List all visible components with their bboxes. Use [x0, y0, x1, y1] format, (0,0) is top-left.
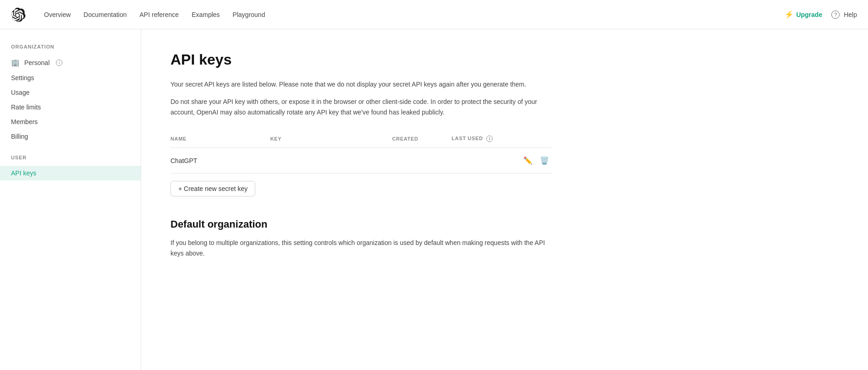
briefcase-icon: 🏢: [11, 59, 20, 67]
main-layout: Organization 🏢 Personal i Settings Usage…: [0, 29, 868, 370]
row-last-used: [451, 148, 517, 174]
last-used-info-icon: i: [486, 136, 493, 142]
sidebar-billing-label: Billing: [11, 133, 28, 140]
nav-examples[interactable]: Examples: [192, 11, 220, 18]
user-section-label: User: [0, 155, 141, 166]
openai-logo: [11, 7, 26, 22]
default-org-title: Default organization: [170, 218, 552, 230]
nav-right: ⚡ Upgrade ? Help: [785, 10, 857, 19]
sidebar-item-personal[interactable]: 🏢 Personal i: [0, 55, 141, 71]
col-header-last-used: LAST USED i: [451, 132, 517, 148]
upgrade-button[interactable]: ⚡ Upgrade: [785, 10, 822, 19]
upgrade-label: Upgrade: [796, 11, 822, 18]
sidebar-item-usage[interactable]: Usage: [0, 85, 141, 100]
main-content: API keys Your secret API keys are listed…: [141, 29, 581, 370]
help-button[interactable]: ? Help: [831, 11, 857, 19]
col-header-created: CREATED: [392, 132, 452, 148]
page-title: API keys: [170, 51, 552, 68]
nav-documentation[interactable]: Documentation: [83, 11, 126, 18]
row-created: [392, 148, 452, 174]
description-2: Do not share your API key with others, o…: [170, 97, 552, 117]
col-header-name: NAME: [170, 132, 270, 148]
org-section-label: Organization: [0, 44, 141, 55]
table-body: ChatGPT ✏️ 🗑️: [170, 148, 552, 174]
edit-key-button[interactable]: ✏️: [521, 154, 535, 167]
col-header-key: KEY: [270, 132, 392, 148]
table-row: ChatGPT ✏️ 🗑️: [170, 148, 552, 174]
nav-playground[interactable]: Playground: [233, 11, 265, 18]
row-actions: ✏️ 🗑️: [518, 148, 552, 174]
info-icon: i: [56, 60, 62, 66]
table-header: NAME KEY CREATED LAST USED i: [170, 132, 552, 148]
nav-api-reference[interactable]: API reference: [140, 11, 179, 18]
api-keys-table: NAME KEY CREATED LAST USED i ChatGPT: [170, 132, 552, 174]
row-key: [270, 148, 392, 174]
default-org-description: If you belong to multiple organizations,…: [170, 238, 552, 258]
sidebar-api-keys-label: API keys: [11, 169, 36, 177]
delete-key-button[interactable]: 🗑️: [537, 154, 552, 167]
sidebar-item-api-keys[interactable]: API keys: [0, 166, 141, 180]
sidebar-rate-limits-label: Rate limits: [11, 103, 41, 111]
create-secret-key-button[interactable]: + Create new secret key: [170, 181, 255, 196]
sidebar-settings-label: Settings: [11, 74, 34, 82]
nav-links: Overview Documentation API reference Exa…: [44, 11, 770, 18]
row-name: ChatGPT: [170, 148, 270, 174]
sidebar-members-label: Members: [11, 118, 38, 125]
col-header-actions: [518, 132, 552, 148]
sidebar: Organization 🏢 Personal i Settings Usage…: [0, 29, 141, 370]
sidebar-personal-label: Personal: [24, 59, 49, 66]
sidebar-item-rate-limits[interactable]: Rate limits: [0, 100, 141, 114]
description-1: Your secret API keys are listed below. P…: [170, 79, 552, 89]
top-navigation: Overview Documentation API reference Exa…: [0, 0, 868, 29]
help-label: Help: [844, 11, 857, 18]
nav-overview[interactable]: Overview: [44, 11, 71, 18]
lightning-icon: ⚡: [785, 10, 794, 19]
help-circle-icon: ?: [831, 11, 840, 19]
org-section: Organization 🏢 Personal i Settings Usage…: [0, 44, 141, 144]
sidebar-item-members[interactable]: Members: [0, 114, 141, 129]
sidebar-usage-label: Usage: [11, 89, 29, 96]
sidebar-item-billing[interactable]: Billing: [0, 129, 141, 144]
create-btn-label: + Create new secret key: [178, 185, 247, 192]
user-section: User API keys: [0, 155, 141, 180]
sidebar-item-settings[interactable]: Settings: [0, 71, 141, 85]
